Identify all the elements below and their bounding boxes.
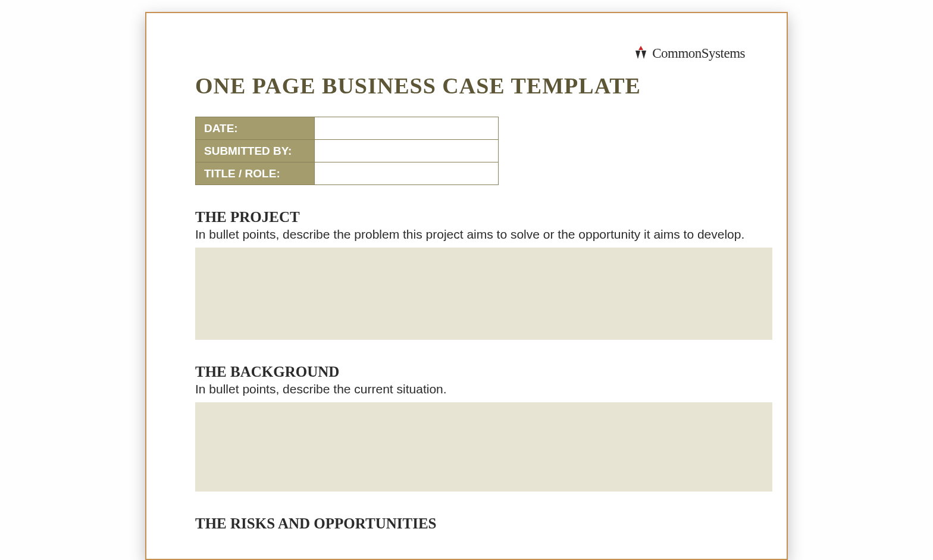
section-risks-opportunities: THE RISKS AND OPPORTUNITIES [195, 515, 745, 532]
svg-marker-0 [638, 46, 643, 50]
svg-marker-1 [635, 51, 640, 59]
section-heading: THE BACKGROUND [195, 364, 745, 380]
meta-value-date[interactable] [314, 117, 498, 140]
logo-text: CommonSystems [652, 46, 745, 61]
fill-area-project[interactable] [195, 248, 772, 340]
table-row: DATE: [196, 117, 499, 140]
page-title: ONE PAGE BUSINESS CASE TEMPLATE [195, 73, 745, 99]
meta-value-title-role[interactable] [314, 162, 498, 185]
fill-area-background[interactable] [195, 402, 772, 492]
section-project: THE PROJECT In bullet points, describe t… [195, 209, 745, 340]
table-row: TITLE / ROLE: [196, 162, 499, 185]
meta-label-date: DATE: [196, 117, 315, 140]
meta-label-title-role: TITLE / ROLE: [196, 162, 315, 185]
company-logo: CommonSystems [633, 46, 745, 61]
meta-label-submitted-by: SUBMITTED BY: [196, 140, 315, 162]
section-heading: THE RISKS AND OPPORTUNITIES [195, 515, 745, 532]
logo-mark-icon [633, 46, 649, 61]
section-description: In bullet points, describe the current s… [195, 382, 745, 396]
meta-info-table: DATE: SUBMITTED BY: TITLE / ROLE: [195, 117, 499, 185]
svg-marker-2 [641, 51, 646, 59]
section-description: In bullet points, describe the problem t… [195, 227, 745, 242]
table-row: SUBMITTED BY: [196, 140, 499, 162]
document-page: CommonSystems ONE PAGE BUSINESS CASE TEM… [145, 12, 788, 560]
meta-value-submitted-by[interactable] [314, 140, 498, 162]
section-background: THE BACKGROUND In bullet points, describ… [195, 364, 745, 492]
section-heading: THE PROJECT [195, 209, 745, 226]
